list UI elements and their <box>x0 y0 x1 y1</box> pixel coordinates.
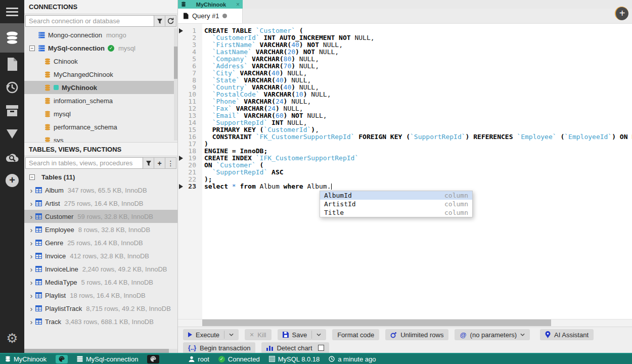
database-color-button[interactable] <box>56 355 68 363</box>
detect-chart-button[interactable]: Detect chart <box>261 342 329 353</box>
autocomplete-popup: AlbumIdcolumnArtistIdcolumnTitlecolumn <box>320 191 473 217</box>
add-connection-nav-button[interactable]: + <box>0 169 24 192</box>
connection-item-performance_schema[interactable]: performance_schema <box>24 120 177 133</box>
archive-nav-button[interactable] <box>0 99 24 122</box>
table-row-Track[interactable]: › Track3,483 rows, 688.1 KB, InnoDB <box>24 315 177 328</box>
tables-hscrollbar[interactable] <box>24 349 177 353</box>
chevron-right-icon[interactable]: › <box>27 199 35 208</box>
connections-search-input[interactable] <box>25 15 154 27</box>
files-nav-button[interactable] <box>0 53 24 76</box>
table-row-Album[interactable]: › Album347 rows, 65.5 KB, InnoDB <box>24 184 177 197</box>
group-tab-label: MyChinook <box>186 2 236 8</box>
connection-item-MySql-connection[interactable]: − MySql-connection✓mysql <box>24 41 177 55</box>
database-icon <box>44 71 51 78</box>
chevron-right-icon[interactable]: › <box>27 225 35 234</box>
chevron-right-icon[interactable]: › <box>27 304 35 313</box>
table-meta: 59 rows, 32.8 KB, InnoDB <box>77 213 153 220</box>
connection-item-MyChangedChinook[interactable]: MyChangedChinook <box>24 68 177 81</box>
history-nav-button[interactable] <box>0 76 24 99</box>
connection-item-sys[interactable]: sys <box>24 133 177 142</box>
tables-add-button[interactable]: + <box>154 157 165 169</box>
tables-search-input[interactable] <box>25 157 143 169</box>
table-row-Employee[interactable]: › Employee8 rows, 32.8 KB, InnoDB <box>24 223 177 236</box>
gutter <box>178 77 184 84</box>
autocomplete-item-Title[interactable]: Titlecolumn <box>320 208 472 217</box>
connections-refresh-button[interactable] <box>165 15 176 27</box>
table-row-Invoice[interactable]: › Invoice412 rows, 32.8 KB, InnoDB <box>24 249 177 262</box>
connection-item-Mongo-connection[interactable]: Mongo-connectionmongo <box>24 28 177 41</box>
cloud-search-nav-button[interactable] <box>0 146 24 169</box>
table-meta: 412 rows, 32.8 KB, InnoDB <box>70 252 149 260</box>
run-statement-marker[interactable] <box>178 155 184 162</box>
tables-menu-button[interactable]: ⋮ <box>165 157 176 169</box>
connection-item-information_schema[interactable]: information_schema <box>24 94 177 107</box>
parameters-button[interactable]: @ (no parameters) <box>455 329 530 340</box>
funnel-icon <box>146 160 152 166</box>
run-statement-marker[interactable] <box>178 183 184 190</box>
table-row-Artist[interactable]: › Artist275 rows, 16.4 KB, InnoDB <box>24 197 177 210</box>
tables-group-row[interactable]: −Tables (11) <box>24 170 177 184</box>
chevron-right-icon[interactable]: › <box>27 265 35 274</box>
chevron-right-icon[interactable]: › <box>27 278 35 287</box>
connection-item-MyChinook[interactable]: MyChinook <box>24 81 177 94</box>
completion-label: Title <box>324 208 344 217</box>
chevron-right-icon[interactable]: › <box>27 252 35 260</box>
new-tab-button[interactable]: + <box>615 7 628 20</box>
line-number: 14 <box>184 119 196 126</box>
collapse-box-icon[interactable]: − <box>29 174 35 180</box>
save-button[interactable]: Save <box>278 329 327 340</box>
gutter <box>178 148 184 155</box>
palette-icon <box>150 356 156 362</box>
line-number: 11 <box>184 98 196 105</box>
tables-header: TABLES, VIEWS, FUNCTIONS <box>24 142 177 156</box>
chevron-right-icon[interactable]: › <box>27 212 35 221</box>
chevron-right-icon[interactable]: › <box>27 186 35 195</box>
execute-button[interactable]: Execute <box>183 329 239 340</box>
settings-button[interactable]: ⚙ <box>0 331 24 346</box>
chevron-down-icon[interactable] <box>520 333 525 336</box>
editor-hscrollbar[interactable] <box>178 319 632 327</box>
line-number: 22 <box>184 176 196 183</box>
autocomplete-item-ArtistId[interactable]: ArtistIdcolumn <box>320 200 472 208</box>
table-row-Customer[interactable]: › Customer59 rows, 32.8 KB, InnoDB <box>24 210 177 223</box>
detect-chart-label: Detect chart <box>277 344 312 352</box>
connections-scrollbar[interactable] <box>174 28 177 141</box>
close-icon[interactable]: × <box>236 1 240 8</box>
menu-button[interactable] <box>0 0 24 23</box>
table-row-MediaType[interactable]: › MediaType5 rows, 16.4 KB, InnoDB <box>24 276 177 289</box>
tab-query-1[interactable]: Query #1 <box>178 9 243 23</box>
tab-mychinook[interactable]: MyChinook × <box>178 0 243 9</box>
table-row-InvoiceLine[interactable]: › InvoiceLine2,240 rows, 49.2 KB, InnoDB <box>24 262 177 276</box>
format-code-button[interactable]: Format code <box>332 329 379 340</box>
sql-editor[interactable]: 1CREATE TABLE `Customer` (2 `CustomerId`… <box>178 24 632 319</box>
detect-chart-checkbox[interactable] <box>318 345 324 351</box>
ai-assistant-button[interactable]: AI Assistant <box>540 329 594 340</box>
server-icon <box>77 356 83 362</box>
connection-item-Chinook[interactable]: Chinook <box>24 55 177 68</box>
table-row-Genre[interactable]: › Genre25 rows, 16.4 KB, InnoDB <box>24 236 177 249</box>
connections-search-row <box>24 14 177 28</box>
connection-item-mysql[interactable]: mysql <box>24 107 177 120</box>
tables-filter-button[interactable] <box>143 157 154 169</box>
run-statement-marker[interactable] <box>178 27 184 34</box>
collapse-box-icon[interactable]: − <box>29 46 35 51</box>
chevron-right-icon[interactable]: › <box>27 291 35 300</box>
query-designer-nav-button[interactable] <box>0 122 24 146</box>
table-row-Playlist[interactable]: › Playlist18 rows, 16.4 KB, InnoDB <box>24 289 177 302</box>
chevron-down-icon[interactable] <box>229 333 234 336</box>
table-row-PlaylistTrack[interactable]: › PlaylistTrack8,715 rows, 49.2 KB, Inno… <box>24 302 177 315</box>
unlimited-rows-button[interactable]: Unlimited rows <box>385 329 448 340</box>
chevron-right-icon[interactable]: › <box>27 317 35 326</box>
autocomplete-item-AlbumId[interactable]: AlbumIdcolumn <box>320 191 472 200</box>
kill-button[interactable]: × Kill <box>245 329 272 340</box>
connections-filter-button[interactable] <box>154 15 165 27</box>
chevron-right-icon[interactable]: › <box>27 239 35 247</box>
connection-color-button[interactable] <box>147 355 159 363</box>
save-label: Save <box>292 331 307 339</box>
connection-label: MyChangedChinook <box>54 71 113 78</box>
code-line-9: 9 `Country` VARCHAR(40) NULL, <box>178 84 632 91</box>
database-nav-button[interactable] <box>0 23 24 53</box>
database-icon <box>44 58 51 65</box>
chevron-down-icon[interactable] <box>317 333 321 336</box>
begin-transaction-button[interactable]: {..} Begin transaction <box>183 342 255 353</box>
